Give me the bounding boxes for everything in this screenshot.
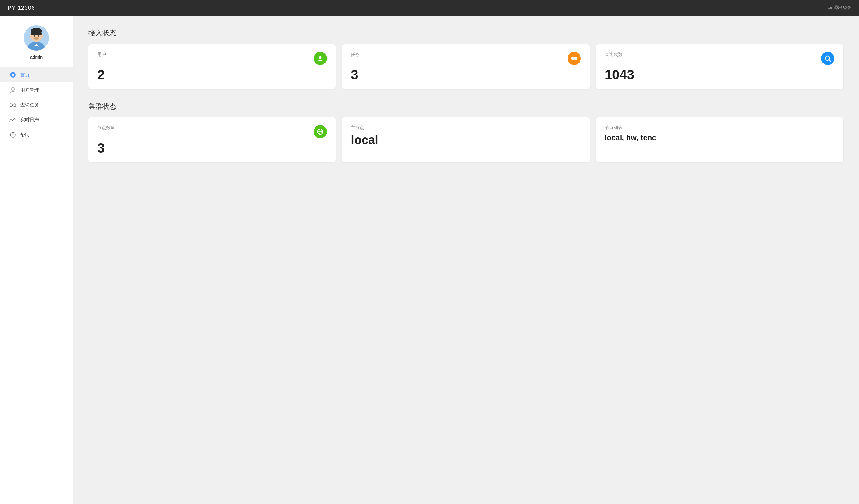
sidebar-item-home-label: 首页 [20,72,30,78]
users-card-label: 用户 [97,52,106,58]
user-icon [314,52,327,65]
access-status-cards: 用户 2 任务 [88,44,843,89]
log-icon [10,118,16,123]
sidebar-item-user-label: 用户管理 [20,87,39,93]
query-icon [821,52,834,65]
master-node-card: 主节点 local [342,118,589,162]
svg-point-9 [30,34,32,37]
svg-line-18 [829,60,831,62]
main-layout: admin 首页 用户 [0,16,859,504]
home-icon [10,72,16,78]
svg-point-12 [12,88,14,90]
master-node-card-value: local [351,134,581,146]
tasks-card: 任务 3 [342,44,589,89]
infinity-icon [10,103,16,107]
task-icon [568,52,581,65]
tasks-card-label: 任务 [351,52,360,58]
cluster-status-title: 集群状态 [88,102,843,111]
svg-point-16 [319,56,322,59]
node-list-card: 节点列表 local, hw, tenc [596,118,843,162]
sidebar-item-help-label: 帮助 [20,132,30,138]
users-card-header: 用户 [97,52,327,65]
header: PY 12306 ⇥ 退出登录 [0,0,859,16]
query-count-card-label: 查询次数 [605,52,622,58]
logout-icon: ⇥ [828,5,832,11]
node-count-card: 节点数量 3 [88,118,336,162]
main-content: 接入状态 用户 2 任务 [73,16,859,504]
sidebar: admin 首页 用户 [0,16,73,504]
node-list-card-value: local, hw, tenc [605,134,834,141]
sidebar-item-realtime-log[interactable]: 实时日志 [0,112,73,127]
node-list-card-header: 节点列表 [605,125,834,131]
avatar [24,25,49,50]
access-status-title: 接入状态 [88,28,843,38]
app-title: PY 12306 [7,5,35,11]
logout-label: 退出登录 [834,5,852,11]
user-mgmt-icon [10,87,16,93]
node-list-card-label: 节点列表 [605,125,622,131]
sidebar-item-query-label: 查询任务 [20,102,39,108]
svg-rect-5 [31,32,42,35]
tasks-card-header: 任务 [351,52,581,65]
svg-point-6 [34,35,35,36]
users-card-value: 2 [97,68,327,81]
svg-point-14 [12,133,14,135]
sidebar-item-home[interactable]: 首页 [0,67,73,82]
svg-point-10 [41,34,43,37]
master-node-card-label: 主节点 [351,125,364,131]
sidebar-username: admin [30,54,43,60]
cluster-status-cards: 节点数量 3 主节点 [88,118,843,162]
sidebar-nav: 首页 用户管理 查询任务 [0,67,73,142]
users-card: 用户 2 [88,44,336,89]
node-count-card-value: 3 [97,141,327,155]
query-count-card: 查询次数 1043 [596,44,843,89]
sidebar-item-user-management[interactable]: 用户管理 [0,82,73,97]
svg-point-7 [37,35,39,36]
master-node-card-header: 主节点 [351,125,581,131]
sidebar-item-query-tasks[interactable]: 查询任务 [0,97,73,112]
query-count-card-value: 1043 [605,68,834,81]
query-count-card-header: 查询次数 [605,52,834,65]
help-icon [10,132,16,138]
node-count-card-header: 节点数量 [97,125,327,138]
sidebar-item-help[interactable]: 帮助 [0,127,73,142]
node-count-card-label: 节点数量 [97,125,115,131]
sidebar-item-log-label: 实时日志 [20,117,39,123]
logout-button[interactable]: ⇥ 退出登录 [828,5,852,11]
tasks-card-value: 3 [351,68,581,81]
globe-icon [314,125,327,138]
